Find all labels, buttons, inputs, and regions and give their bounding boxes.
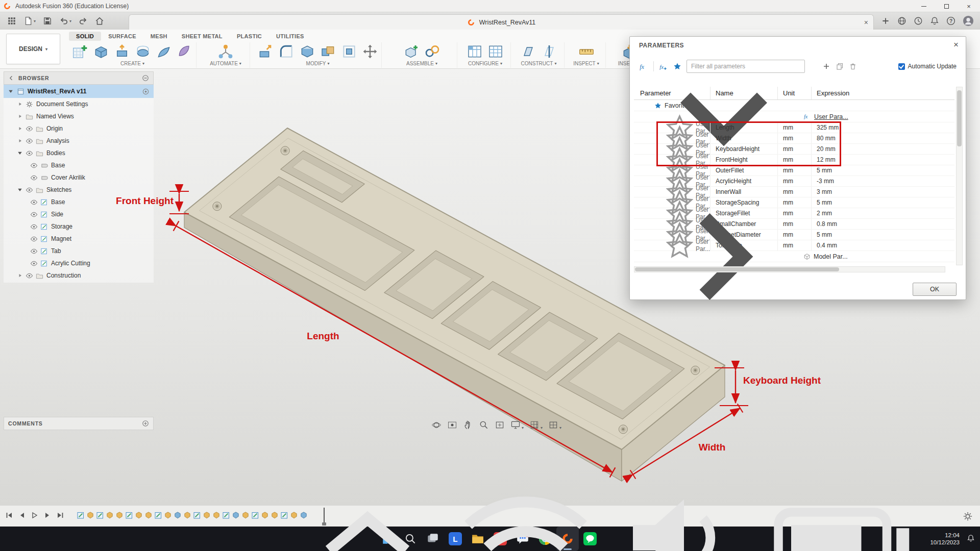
parameter-expression[interactable]: 80 mm <box>817 135 836 142</box>
visibility-eye-icon[interactable] <box>26 137 33 145</box>
automatic-update-checkbox[interactable] <box>898 63 905 70</box>
ribbon-tab-solid[interactable]: SOLID <box>69 32 101 41</box>
tray-wifi-icon[interactable] <box>449 461 602 551</box>
ribbon-tab-mesh[interactable]: MESH <box>143 32 175 41</box>
sweep-tool-button[interactable] <box>156 43 172 60</box>
timeline-feature-icon[interactable] <box>115 511 124 521</box>
triangle-right-icon[interactable] <box>17 113 23 119</box>
maximize-button[interactable] <box>935 0 958 12</box>
visibility-eye-icon[interactable] <box>26 186 33 194</box>
workspace-selector[interactable]: DESIGN ▾ <box>6 34 60 64</box>
parameter-expression[interactable]: 20 mm <box>817 145 836 153</box>
notification-bell-icon[interactable] <box>967 534 975 542</box>
ribbon-group-label-modify[interactable]: MODIFY▾ <box>306 61 330 66</box>
dialog-horizontal-scrollbar[interactable] <box>634 266 945 272</box>
triangle-down-icon[interactable] <box>17 150 23 156</box>
activate-component-icon[interactable] <box>142 88 150 95</box>
joint-tool-button[interactable] <box>424 43 440 60</box>
browser-item-named-views[interactable]: Named Views <box>4 110 154 122</box>
minimize-button[interactable] <box>913 0 935 12</box>
browser-item-storage[interactable]: Storage <box>4 220 154 233</box>
ribbon-group-label-inspect[interactable]: INSPECT▾ <box>573 61 599 66</box>
ribbon-group-label-automate[interactable]: AUTOMATE▾ <box>210 61 241 66</box>
parameter-expression[interactable]: 2 mm <box>817 210 832 217</box>
browser-item-magnet[interactable]: Magnet <box>4 233 154 245</box>
visibility-eye-icon[interactable] <box>30 162 38 169</box>
copy-parameter-icon[interactable] <box>836 62 844 70</box>
plane-tool-button[interactable] <box>520 43 536 60</box>
triangle-right-icon[interactable] <box>17 272 23 279</box>
browser-item-analysis[interactable]: Analysis <box>4 135 154 147</box>
fit-view-nav-button[interactable] <box>495 420 505 430</box>
timeline-feature-icon[interactable] <box>106 511 114 521</box>
browser-item-sketches[interactable]: Sketches <box>4 184 154 196</box>
undo-button[interactable]: ▾ <box>59 16 71 26</box>
redo-button[interactable] <box>79 16 88 26</box>
taskbar-clock[interactable]: 12:04 10/12/2023 <box>930 527 960 551</box>
browser-item-construction[interactable]: Construction <box>4 269 154 282</box>
triangle-down-icon[interactable] <box>8 88 14 94</box>
timeline-feature-icon[interactable] <box>251 511 259 521</box>
new-component-tool-button[interactable] <box>403 43 420 60</box>
ribbon-tab-sheet-metal[interactable]: SHEET METAL <box>175 32 230 41</box>
collapse-panel-icon[interactable] <box>8 75 14 81</box>
timeline-feature-icon[interactable] <box>77 511 85 521</box>
browser-home-button[interactable] <box>897 16 906 26</box>
recent-button[interactable] <box>914 16 923 26</box>
ribbon-tab-utilities[interactable]: UTILITIES <box>269 32 311 41</box>
offset-tool-button[interactable] <box>341 43 357 60</box>
ribbon-tab-surface[interactable]: SURFACE <box>101 32 143 41</box>
timeline-feature-icon[interactable] <box>280 511 288 521</box>
app-grid-button[interactable] <box>7 16 16 26</box>
circle-plus-icon[interactable] <box>142 420 149 427</box>
revolve-tool-button[interactable] <box>135 43 151 60</box>
fillet-tool-button[interactable] <box>278 43 295 60</box>
browser-item-side[interactable]: Side <box>4 208 154 220</box>
visibility-eye-icon[interactable] <box>30 198 38 206</box>
press-pull-tool-button[interactable] <box>257 43 274 60</box>
account-avatar-button[interactable] <box>963 15 974 27</box>
file-new-button[interactable]: ▾ <box>23 16 36 26</box>
configure-tool-button[interactable] <box>467 43 483 60</box>
look-at-nav-button[interactable] <box>447 420 457 430</box>
timeline-feature-icon[interactable] <box>212 511 220 521</box>
visibility-eye-icon[interactable] <box>30 247 38 255</box>
triangle-right-icon[interactable] <box>17 101 23 107</box>
ribbon-group-label-construct[interactable]: CONSTRUCT▾ <box>521 61 557 66</box>
column-header-expression[interactable]: Expression <box>812 87 954 99</box>
timeline-play-button[interactable] <box>31 511 39 521</box>
delete-parameter-icon[interactable] <box>849 62 857 70</box>
visibility-eye-icon[interactable] <box>30 223 38 231</box>
triangle-right-icon[interactable] <box>17 138 23 144</box>
timeline-feature-icon[interactable] <box>271 511 279 521</box>
parameter-expression[interactable]: 5 mm <box>817 231 832 238</box>
visibility-eye-icon[interactable] <box>26 149 33 157</box>
parameter-expression[interactable]: 5 mm <box>817 199 832 206</box>
display-settings-nav-button[interactable]: ▾ <box>510 420 524 430</box>
config-table-tool-button[interactable] <box>487 43 504 60</box>
visibility-eye-icon[interactable] <box>30 235 38 243</box>
visibility-eye-icon[interactable] <box>30 211 38 218</box>
close-button[interactable]: × <box>958 0 980 12</box>
primitive-box-tool-button[interactable] <box>93 43 109 60</box>
visibility-eye-icon[interactable] <box>26 272 33 280</box>
timeline-feature-icon[interactable] <box>203 511 211 521</box>
timeline-feature-icon[interactable] <box>154 511 162 521</box>
timeline-feature-icon[interactable] <box>96 511 104 521</box>
parameter-expression[interactable]: 12 mm <box>817 156 836 163</box>
zoom-tool-nav-button[interactable] <box>479 420 489 430</box>
extrude-tool-button[interactable] <box>114 43 130 60</box>
timeline-feature-icon[interactable] <box>135 511 143 521</box>
tray-battery-icon[interactable] <box>766 461 919 551</box>
ribbon-group-label-configure[interactable]: CONFIGURE▾ <box>468 61 502 66</box>
timeline-feature-icon[interactable] <box>86 511 94 521</box>
create-sketch-tool-button[interactable] <box>72 43 88 60</box>
document-tab[interactable]: WristRest_RevAv11 × <box>129 14 874 30</box>
timeline-feature-icon[interactable] <box>183 511 191 521</box>
timeline-feature-icon[interactable] <box>193 511 201 521</box>
automate-tool-button[interactable] <box>217 43 234 60</box>
help-button[interactable]: ? <box>946 16 955 26</box>
shell-tool-button[interactable] <box>299 43 315 60</box>
visibility-eye-icon[interactable] <box>26 125 33 133</box>
parameter-expression[interactable]: 5 mm <box>817 167 832 174</box>
